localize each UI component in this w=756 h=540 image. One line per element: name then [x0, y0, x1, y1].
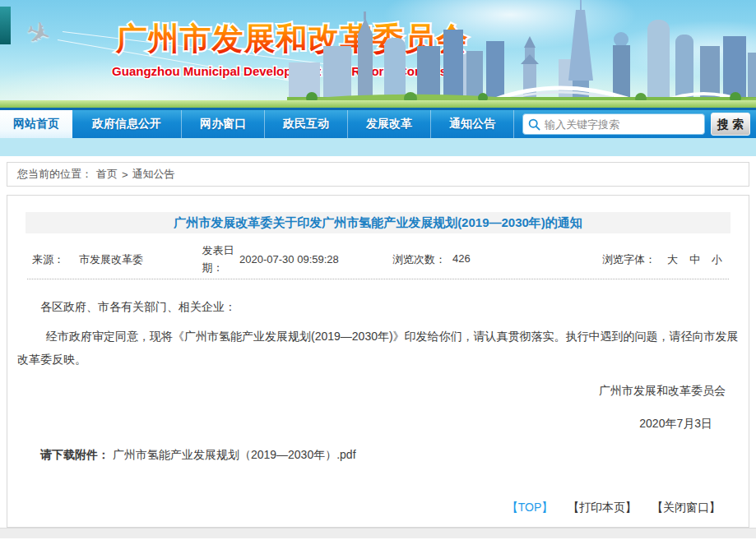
article-meta: 来源： 市发展改革委 发表日期： 2020-07-30 09:59:28 浏览次… [27, 240, 729, 279]
article-paragraph: 经市政府审定同意，现将《广州市氢能产业发展规划(2019—2030年)》印发给你… [17, 325, 739, 371]
nav-sub-strip [0, 138, 756, 156]
nav-tab-home[interactable]: 网站首页 [0, 110, 72, 138]
breadcrumb-separator: > [122, 168, 128, 181]
meta-views-value: 426 [452, 252, 471, 267]
site-banner: ✈ 广州市发展和改革委员会 Guangzhou Municipal Develo… [0, 0, 756, 108]
meta-views: 浏览次数： 426 [392, 252, 602, 267]
banner-left-decoration [0, 7, 11, 44]
meta-font-switcher: 浏览字体： 大 中 小 [602, 252, 729, 267]
font-size-small[interactable]: 小 [712, 252, 722, 267]
breadcrumb-home-link[interactable]: 首页 [96, 167, 118, 182]
meta-date-value: 2020-07-30 09:59:28 [239, 253, 392, 265]
meta-views-label: 浏览次数： [392, 252, 446, 267]
font-size-large[interactable]: 大 [667, 252, 678, 267]
search-button[interactable]: 搜 索 [711, 113, 750, 136]
attachment-link[interactable]: 广州市氢能产业发展规划（2019—2030年）.pdf [113, 448, 356, 461]
meta-date-label: 发表日期： [202, 242, 239, 277]
font-size-medium[interactable]: 中 [689, 252, 700, 267]
grass-strip [0, 100, 756, 108]
attachment-row: 请下载附件： 广州市氢能产业发展规划（2019—2030年）.pdf [17, 448, 739, 463]
meta-font-label: 浏览字体： [602, 252, 656, 267]
breadcrumb: 您当前的位置： 首页 > 通知公告 [7, 162, 749, 187]
nav-tab-development[interactable]: 发展改革 [348, 110, 431, 138]
page: ✈ 广州市发展和改革委员会 Guangzhou Municipal Develo… [0, 0, 756, 540]
print-page-link[interactable]: 【打印本页】 [568, 501, 637, 514]
search-box [522, 113, 705, 135]
article-body: 各区政府、市各有关部门、相关企业： 经市政府审定同意，现将《广州市氢能产业发展规… [7, 279, 749, 463]
attachment-label: 请下载附件： [40, 448, 109, 461]
article-salutation: 各区政府、市各有关部门、相关企业： [17, 298, 739, 316]
article-title: 广州市发展改革委关于印发广州市氢能产业发展规划(2019—2030年)的通知 [26, 212, 730, 233]
close-window-link[interactable]: 【关闭窗口】 [652, 501, 721, 514]
nav-tab-online-window[interactable]: 网办窗口 [182, 110, 265, 138]
nav-tab-interaction[interactable]: 政民互动 [265, 110, 348, 138]
nav-tab-gov-info[interactable]: 政府信息公开 [72, 110, 182, 138]
nav-tab-notices[interactable]: 通知公告 [431, 110, 514, 138]
breadcrumb-current-link[interactable]: 通知公告 [132, 167, 175, 182]
article-footer-links: 【TOP】 【打印本页】 【关闭窗口】 [7, 501, 749, 515]
meta-source-label: 来源： [32, 252, 64, 267]
top-link[interactable]: 【TOP】 [507, 501, 554, 514]
search-icon [528, 118, 540, 131]
main-nav: 网站首页 政府信息公开 网办窗口 政民互动 发展改革 通知公告 搜 索 [0, 108, 756, 138]
airplane-glyph: ✈ [21, 13, 57, 54]
page-bottom-strip [0, 528, 756, 538]
article-signature: 广州市发展和改革委员会 [7, 384, 726, 399]
search-area: 搜 索 [522, 110, 756, 138]
article-sign-date: 2020年7月3日 [7, 417, 712, 432]
search-input[interactable] [543, 115, 701, 133]
article-panel: 广州市发展改革委关于印发广州市氢能产业发展规划(2019—2030年)的通知 来… [7, 195, 749, 528]
meta-source: 来源： 市发展改革委 [27, 252, 202, 267]
breadcrumb-prefix: 您当前的位置： [17, 167, 92, 182]
city-skyline-illustration [287, 0, 756, 108]
meta-source-value: 市发展改革委 [79, 252, 143, 267]
